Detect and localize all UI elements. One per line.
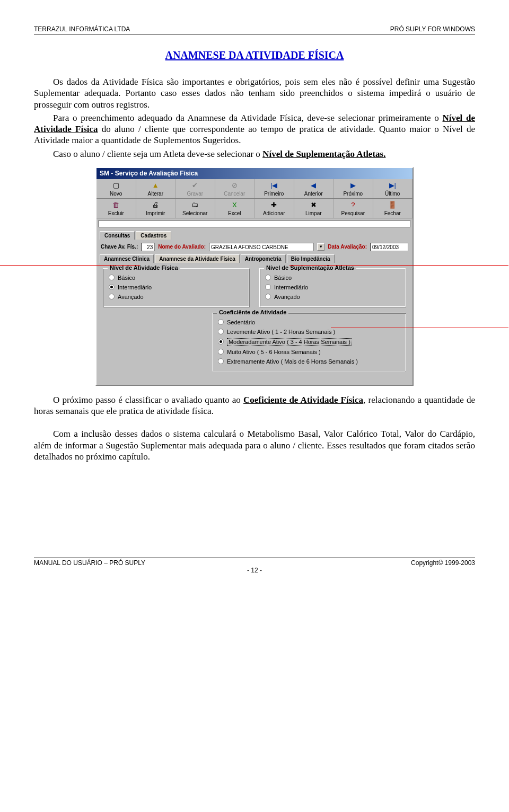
save-icon: ✔	[175, 181, 215, 190]
group-nivel-atividade: Nível de Atividade Física Básico Interme…	[103, 268, 250, 307]
group-coef-atividade: Coeficiênte de Atividade Sedentário Leve…	[212, 313, 406, 372]
tbtn-limpar[interactable]: ✖Limpar	[294, 199, 334, 218]
paragraph-3: Caso o aluno / cliente seja um Atleta de…	[34, 148, 475, 160]
radio-coef-sedentario[interactable]: Sedentário	[218, 317, 400, 327]
name-label: Nome do Avaliado:	[158, 244, 206, 250]
legend-coef: Coeficiênte de Atividade	[217, 309, 288, 315]
first-icon: |◀	[254, 181, 294, 190]
date-label: Data Avaliação:	[328, 244, 367, 250]
radio-icon	[265, 284, 271, 290]
radio-supl-basico[interactable]: Básico	[265, 273, 400, 283]
radio-supl-intermediario[interactable]: Intermediário	[265, 283, 400, 292]
radio-coef-moderado[interactable]: Moderadamente Ativo ( 3 - 4 Horas Semana…	[218, 337, 400, 347]
header-left: TERRAZUL INFORMÁTICA LTDA	[34, 25, 130, 33]
prev-icon: ◀	[294, 181, 334, 190]
delete-icon: 🗑	[96, 201, 136, 209]
radio-icon	[265, 294, 271, 299]
connector-line-coef	[331, 328, 508, 328]
select-icon: 🗂	[175, 201, 215, 209]
name-field[interactable]: GRAZIELA AFONSO CARBONE	[209, 243, 314, 251]
group-supl-atletas: Nível de Suplementação Atletas Básico In…	[259, 268, 406, 307]
tbtn-gravar: ✔Gravar	[175, 179, 215, 198]
radio-icon	[109, 294, 115, 299]
sub-tabs: Anamnese Clínica Anamnese da Atividade F…	[96, 252, 413, 263]
radio-icon	[109, 275, 115, 280]
radio-icon	[218, 339, 224, 345]
tbtn-alterar[interactable]: ▲Alterar	[136, 179, 176, 198]
record-form-row: Chave Av. Fís.: 23 Nome do Avaliado: GRA…	[96, 240, 413, 252]
name-dropdown[interactable]: ▼	[317, 243, 324, 251]
status-field	[99, 220, 410, 227]
paragraph-4: O próximo passo é classificar o avaliado…	[34, 394, 475, 417]
last-icon: ▶|	[373, 181, 413, 190]
new-icon: ▢	[96, 181, 136, 190]
tbtn-selecionar[interactable]: 🗂Selecionar	[175, 199, 215, 218]
app-window: SM - Serviço de Avaliação Física ▢Novo ▲…	[95, 167, 414, 386]
key-field[interactable]: 23	[141, 243, 155, 251]
connector-line-supl	[289, 265, 508, 266]
tbtn-novo[interactable]: ▢Novo	[96, 179, 136, 198]
tbtn-fechar[interactable]: 🚪Fechar	[373, 199, 413, 218]
tab-cadastros[interactable]: Cadastros	[136, 231, 171, 240]
subtab-bioimped[interactable]: Bio Impedância	[287, 254, 335, 263]
add-icon: ✚	[254, 201, 294, 209]
subtab-atividade[interactable]: Anamnese da Atividade Física	[155, 254, 240, 263]
connector-line-nivel	[0, 265, 140, 266]
tbtn-excel[interactable]: XExcel	[215, 199, 255, 218]
key-label: Chave Av. Fís.:	[101, 244, 138, 250]
main-tabs: Consultas Cadastros	[96, 229, 413, 240]
paragraph-2: Para o preenchimento adequado da Anamnes…	[34, 112, 475, 146]
radio-icon	[218, 319, 224, 325]
cancel-icon: ⊘	[215, 181, 254, 190]
tbtn-anterior[interactable]: ◀Anterior	[294, 179, 334, 198]
radio-nivel-intermediario[interactable]: Intermediário	[109, 283, 244, 292]
subtab-antropometria[interactable]: Antropometria	[241, 254, 286, 263]
tbtn-pesquisar[interactable]: ?Pesquisar	[334, 199, 373, 218]
radio-icon	[218, 349, 224, 355]
radio-nivel-basico[interactable]: Básico	[109, 273, 244, 283]
radio-nivel-avancado[interactable]: Avançado	[109, 292, 244, 302]
radio-coef-muito[interactable]: Muito Ativo ( 5 - 6 Horas Semanais )	[218, 347, 400, 357]
tbtn-adicionar[interactable]: ✚Adicionar	[254, 199, 294, 218]
page-number: - 12 -	[34, 567, 475, 574]
tbtn-cancelar: ⊘Cancelar	[215, 179, 255, 198]
paragraph-1: Os dados da Atividade Física são importa…	[34, 76, 475, 110]
tbtn-proximo[interactable]: ▶Próximo	[334, 179, 373, 198]
subtab-clinica[interactable]: Anamnese Clínica	[100, 254, 154, 263]
toolbar-row-1: ▢Novo ▲Alterar ✔Gravar ⊘Cancelar |◀Prime…	[96, 179, 413, 199]
footer-right: Copyright© 1999-2003	[411, 559, 475, 567]
excel-icon: X	[215, 201, 254, 209]
header-right: PRÓ SUPLY FOR WINDOWS	[390, 25, 475, 33]
tbtn-primeiro[interactable]: |◀Primeiro	[254, 179, 294, 198]
tab-consultas[interactable]: Consultas	[100, 231, 135, 240]
window-title: SM - Serviço de Avaliação Física	[96, 168, 413, 179]
radio-icon	[218, 329, 224, 334]
close-icon: 🚪	[373, 201, 413, 209]
doc-header: TERRAZUL INFORMÁTICA LTDA PRÓ SUPLY FOR …	[34, 25, 475, 34]
print-icon: 🖨	[136, 201, 175, 209]
tbtn-imprimir[interactable]: 🖨Imprimir	[136, 199, 176, 218]
toolbar-row-2: 🗑Excluir 🖨Imprimir 🗂Selecionar XExcel ✚A…	[96, 199, 413, 218]
edit-icon: ▲	[136, 181, 175, 190]
radio-icon	[109, 284, 115, 290]
radio-coef-extremo[interactable]: Extremamente Ativo ( Mais de 6 Horas Sem…	[218, 357, 400, 366]
date-field[interactable]: 09/12/2003	[370, 243, 408, 251]
next-icon: ▶	[334, 181, 373, 190]
tbtn-excluir[interactable]: 🗑Excluir	[96, 199, 136, 218]
doc-footer: MANUAL DO USUÁRIO – PRÓ SUPLY Copyright©…	[34, 558, 475, 574]
radio-coef-levemente[interactable]: Levemente Ativo ( 1 - 2 Horas Semanais )	[218, 327, 400, 337]
radio-supl-avancado[interactable]: Avançado	[265, 292, 400, 302]
paragraph-5: Com a inclusão desses dados o sistema ca…	[34, 428, 475, 462]
tbtn-ultimo[interactable]: ▶|Último	[373, 179, 413, 198]
radio-icon	[265, 275, 271, 280]
footer-left: MANUAL DO USUÁRIO – PRÓ SUPLY	[34, 559, 145, 567]
search-icon: ?	[334, 201, 373, 209]
clear-icon: ✖	[294, 201, 334, 209]
page-title: ANAMNESE DA ATIVIDADE FÍSICA	[34, 49, 475, 61]
radio-icon	[218, 358, 224, 364]
